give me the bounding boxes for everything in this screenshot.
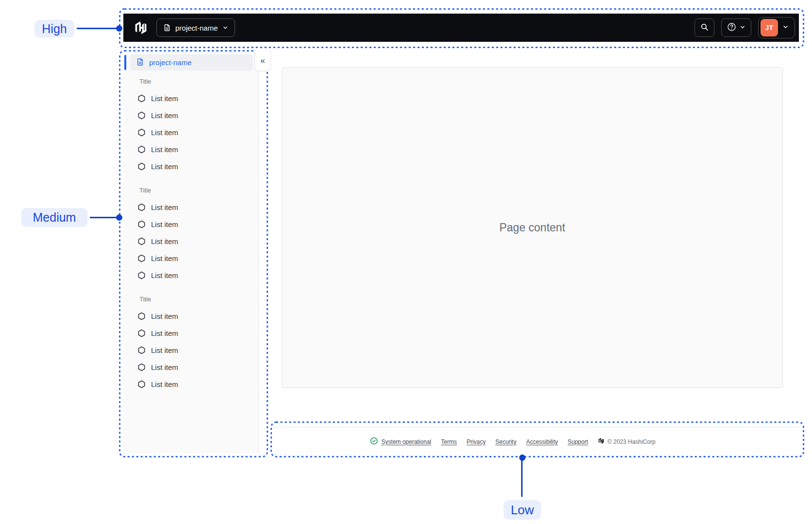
system-status-label: System operational (381, 438, 431, 445)
sidebar-item-label: List item (151, 128, 178, 137)
hexagon-icon (137, 363, 146, 371)
sidebar-list-item[interactable]: List item (123, 325, 259, 342)
sidebar-section-title: Title (123, 73, 259, 90)
sidebar-list-item[interactable]: List item (123, 359, 259, 376)
help-menu-button[interactable] (721, 18, 751, 37)
connector-dot-high (116, 25, 122, 32)
sidebar-sections: Title List item List item List item List… (123, 73, 259, 393)
sidebar-item-label: List item (151, 380, 178, 388)
collapse-icon: « (260, 56, 265, 65)
connector-dot-low (519, 454, 525, 461)
sidebar-section: Title List item List item List item List… (123, 291, 259, 393)
sidebar-list-item[interactable]: List item (123, 216, 259, 233)
sidebar-list-item[interactable]: List item (123, 233, 259, 250)
hexagon-icon (137, 145, 146, 154)
footer-link-security[interactable]: Security (495, 438, 516, 445)
sidebar-list-item[interactable]: List item (123, 308, 259, 325)
sidebar-list-item[interactable]: List item (123, 342, 259, 359)
sidebar-list-item[interactable]: List item (123, 107, 259, 124)
sidebar-item-label: List item (151, 271, 178, 279)
connector-line-low (521, 457, 523, 497)
hexagon-icon (137, 312, 146, 320)
sidebar-list-item[interactable]: List item (123, 124, 259, 141)
copyright: © 2023 HashiCorp (598, 437, 656, 446)
side-nav: project-name Title List item List item L… (123, 50, 268, 453)
document-icon (136, 58, 144, 68)
sidebar-section: Title List item List item List item List… (123, 182, 259, 284)
chevron-down-icon (740, 24, 745, 32)
page-footer: System operational Terms Privacy Securit… (273, 427, 799, 456)
hexagon-icon (137, 329, 146, 337)
search-icon (700, 23, 709, 33)
chevron-down-icon (222, 25, 228, 31)
search-button[interactable] (694, 18, 714, 37)
sidebar-item-label: List item (151, 162, 178, 171)
density-label-high: High (34, 20, 74, 37)
sidebar-section: Title List item List item List item List… (123, 73, 259, 175)
connector-line-high (77, 28, 119, 29)
sidebar-item-label: List item (151, 145, 178, 154)
hexagon-icon (137, 271, 146, 279)
sidebar-list-item[interactable]: List item (123, 267, 259, 284)
top-navbar: project-name (123, 14, 799, 42)
copyright-text: © 2023 HashiCorp (608, 438, 656, 445)
avatar: JT (761, 19, 778, 36)
hashicorp-logo-small (598, 437, 605, 446)
sidebar-item-label: List item (151, 254, 178, 262)
hexagon-icon (137, 237, 146, 245)
sidebar-item-label: List item (151, 363, 178, 371)
user-menu-button[interactable]: JT (758, 17, 795, 38)
sidebar-item-label: List item (151, 237, 178, 245)
project-switcher-button[interactable]: project-name (156, 18, 235, 37)
hexagon-icon (137, 111, 146, 120)
sidebar-item-label: List item (151, 220, 178, 228)
hexagon-icon (137, 346, 146, 354)
hexagon-icon (137, 254, 146, 262)
sidebar-list-item[interactable]: List item (123, 141, 259, 158)
footer-link-support[interactable]: Support (568, 438, 588, 445)
hexagon-icon (137, 380, 146, 388)
sidebar-list-item[interactable]: List item (123, 199, 259, 216)
hexagon-icon (137, 220, 146, 228)
sidebar-item-label: List item (151, 111, 178, 120)
sidebar-item-label: List item (151, 203, 178, 211)
page-content-label: Page content (499, 221, 565, 234)
sidebar-list-item[interactable]: List item (123, 376, 259, 393)
sidebar-project-link[interactable]: project-name (130, 54, 253, 70)
sidebar-collapse-button[interactable]: « (254, 50, 271, 71)
connector-dot-medium (116, 214, 122, 221)
connector-line-medium (90, 217, 119, 218)
active-indicator (124, 55, 126, 70)
hexagon-icon (137, 128, 146, 137)
page-content-area: Page content (282, 67, 783, 388)
document-icon (163, 24, 171, 32)
check-circle-icon (370, 437, 378, 446)
sidebar-list-item[interactable]: List item (123, 250, 259, 267)
project-switcher-label: project-name (175, 24, 218, 32)
system-status-link[interactable]: System operational (370, 437, 431, 446)
density-label-low: Low (504, 500, 541, 520)
hashicorp-logo (133, 20, 149, 35)
footer-link-privacy[interactable]: Privacy (467, 438, 486, 445)
sidebar-item-label: List item (151, 312, 178, 320)
hcp-layout-density-doc: project-name (0, 0, 812, 524)
sidebar-item-label: List item (151, 329, 178, 337)
footer-link-terms[interactable]: Terms (441, 438, 457, 445)
navbar-actions: JT (694, 17, 795, 38)
footer-link-accessibility[interactable]: Accessibility (526, 438, 558, 445)
density-label-medium: Medium (21, 208, 87, 227)
sidebar-item-label: List item (151, 346, 178, 354)
hexagon-icon (137, 162, 146, 171)
sidebar-section-title: Title (123, 291, 259, 308)
sidebar-item-label: List item (151, 94, 178, 103)
hexagon-icon (137, 94, 146, 103)
sidebar-list-item[interactable]: List item (123, 158, 259, 175)
help-circle-icon (727, 22, 736, 33)
chevron-down-icon (782, 24, 789, 32)
sidebar-project-label: project-name (149, 58, 192, 67)
hexagon-icon (137, 203, 146, 211)
side-nav-panel: project-name Title List item List item L… (123, 50, 259, 453)
sidebar-list-item[interactable]: List item (123, 90, 259, 107)
sidebar-section-title: Title (123, 182, 259, 199)
